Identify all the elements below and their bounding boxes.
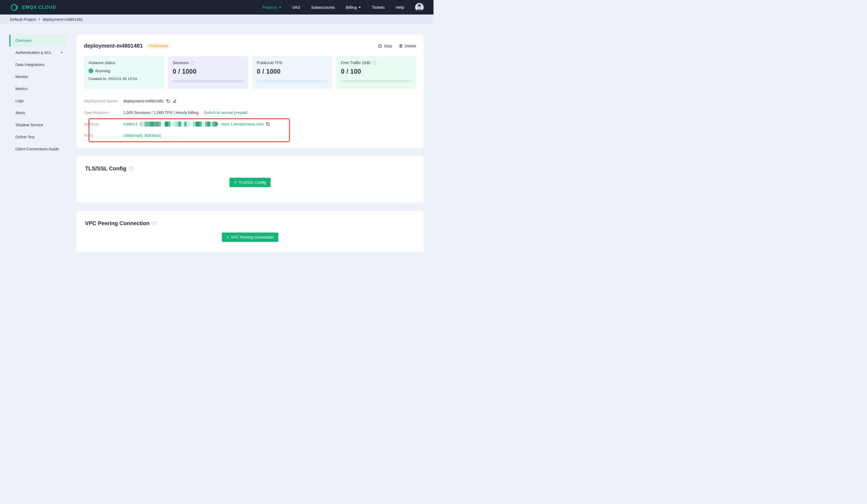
chevron-down-icon — [279, 7, 281, 8]
running-check-icon — [88, 68, 93, 73]
redacted-block — [176, 122, 179, 127]
sidebar-item-online-test[interactable]: Online Test — [9, 131, 67, 143]
deployment-name-label: Deployment Name: — [84, 99, 123, 103]
redacted-block — [215, 122, 218, 127]
instance-status-card: Instance status Running Created At: 2023… — [84, 56, 164, 89]
redacted-block — [196, 122, 199, 127]
pubsub-tps-value: 0 / 1000 — [257, 68, 328, 75]
redacted-block — [210, 122, 213, 127]
edit-button[interactable] — [172, 99, 177, 103]
redacted-block — [150, 122, 153, 127]
brand-logo[interactable]: EMQX CLOUD — [10, 3, 56, 12]
sessions-progress-bar — [173, 80, 244, 83]
address-row: Address: m48014 -east-1.amazonaws.com — [84, 118, 416, 130]
redacted-block — [168, 122, 170, 127]
help-icon[interactable] — [191, 61, 195, 65]
help-icon[interactable] — [129, 166, 133, 171]
sidebar-item-authentication-acl[interactable]: Authentication & ACL — [9, 46, 67, 59]
copy-icon — [166, 99, 170, 103]
sidebar-item-logs[interactable]: Logs — [9, 95, 67, 107]
add-tls-ssl-config-button[interactable]: TLS/SSL Config — [229, 178, 271, 187]
breadcrumb: Default Project / deployment-m4801481 — [0, 14, 434, 24]
sidebar-item-client-connections-guide[interactable]: Client Connections Guide — [9, 143, 67, 155]
redacted-block — [207, 122, 210, 127]
sidebar-item-metrics[interactable]: Metrics — [9, 83, 67, 95]
chevron-down-icon — [358, 7, 361, 8]
help-icon[interactable] — [372, 61, 376, 65]
sessions-label: Sessions — [173, 61, 189, 65]
status-badge: Running — [95, 69, 110, 73]
deployment-overview-card: deployment-m4801481 Professional Stop — [76, 34, 424, 148]
sidebar-item-overview[interactable]: Overview — [9, 34, 67, 46]
redacted-block — [205, 122, 207, 127]
free-traffic-label: Free Traffic (GB) — [341, 61, 371, 65]
nav-item-billing[interactable]: Billing — [346, 5, 361, 10]
ports-label: Ports: — [84, 133, 123, 138]
specifications-row: Specifications: 1,000 Sessions / 1,000 T… — [84, 107, 416, 118]
specifications-label: Specifications: — [84, 110, 123, 115]
copy-button[interactable] — [166, 99, 170, 103]
nav-item-vas[interactable]: VAS — [292, 5, 300, 10]
nav-item-subaccounts[interactable]: Subaccounts — [311, 5, 335, 10]
redacted-block — [159, 122, 161, 127]
copy-icon — [266, 122, 270, 126]
deployment-name-value: deployment-m4801481 — [123, 99, 164, 103]
address-prefix: m48014 — [123, 122, 137, 126]
sessions-value: 0 / 1000 — [173, 68, 244, 75]
edit-pencil-icon — [172, 99, 177, 103]
redacted-block — [184, 122, 186, 127]
redacted-block — [170, 122, 173, 127]
redacted-block — [186, 122, 190, 127]
user-avatar[interactable] — [415, 3, 424, 11]
stop-icon — [378, 44, 382, 48]
redacted-block — [165, 122, 168, 127]
sidebar-item-alerts[interactable]: Alerts — [9, 107, 67, 119]
tls-ssl-title: TLS/SSL Config — [85, 165, 126, 172]
redacted-block — [148, 122, 150, 127]
sidebar-item-data-integrations[interactable]: Data Integrations — [9, 59, 67, 71]
redacted-block — [199, 122, 202, 127]
delete-button[interactable]: Delete — [399, 44, 416, 48]
pubsub-tps-label: Pub&Sub TPS — [257, 61, 282, 65]
trash-icon — [399, 44, 403, 48]
ports-value: 1883(mqtt), 8083(ws) — [123, 133, 161, 138]
instance-status-label: Instance status — [88, 61, 159, 65]
nav-item-projects[interactable]: Projects — [262, 5, 281, 10]
redacted-block — [202, 122, 205, 127]
redacted-block — [173, 122, 176, 127]
sidebar-item-monitor[interactable]: Monitor — [9, 71, 67, 83]
help-icon[interactable] — [152, 221, 157, 226]
sidebar: Overview Authentication & ACL Data Integ… — [0, 24, 67, 252]
redacted-block — [144, 122, 148, 127]
breadcrumb-current: deployment-m4801481 — [43, 17, 83, 22]
brand-name: EMQX CLOUD — [22, 5, 56, 10]
page-title: deployment-m4801481 — [84, 43, 143, 49]
nav-item-tickets[interactable]: Tickets — [372, 5, 385, 10]
redacted-block — [161, 122, 165, 127]
sessions-card: Sessions 0 / 1000 — [168, 56, 248, 89]
top-navbar: EMQX CLOUD Projects VAS Subaccounts Bill… — [0, 0, 434, 14]
free-traffic-progress-bar — [341, 80, 411, 83]
specifications-value: 1,000 Sessions / 1,000 TPS | Hourly bill… — [123, 110, 198, 115]
redacted-block — [181, 122, 184, 127]
emqx-logo-icon — [10, 3, 19, 12]
address-suffix: -east-1.amazonaws.com — [220, 122, 264, 126]
deployment-name-row: Deployment Name: deployment-m4801481 — [84, 95, 416, 107]
add-vpc-peering-button[interactable]: VPC Peering Connection — [222, 232, 278, 242]
nav-item-help[interactable]: Help — [396, 5, 404, 10]
redacted-block — [193, 122, 196, 127]
switch-annual-prepaid-link[interactable]: Switch to annual prepaid — [204, 110, 247, 115]
chevron-down-icon — [61, 52, 63, 53]
sidebar-item-shadow-service[interactable]: Shadow Service — [9, 119, 67, 131]
redacted-block — [156, 122, 159, 127]
redacted-block — [153, 122, 156, 127]
vpc-peering-section-card: VPC Peering Connection VPC Peering Conne… — [76, 211, 424, 252]
address-redacted — [140, 122, 218, 127]
free-traffic-card: Free Traffic (GB) 0 / 100 — [336, 56, 416, 89]
stop-button[interactable]: Stop — [378, 44, 392, 48]
free-traffic-value: 0 / 100 — [341, 68, 411, 75]
address-label: Address: — [84, 122, 123, 126]
copy-address-button[interactable] — [266, 122, 270, 126]
breadcrumb-project[interactable]: Default Project — [10, 17, 36, 22]
breadcrumb-separator: / — [39, 17, 40, 22]
